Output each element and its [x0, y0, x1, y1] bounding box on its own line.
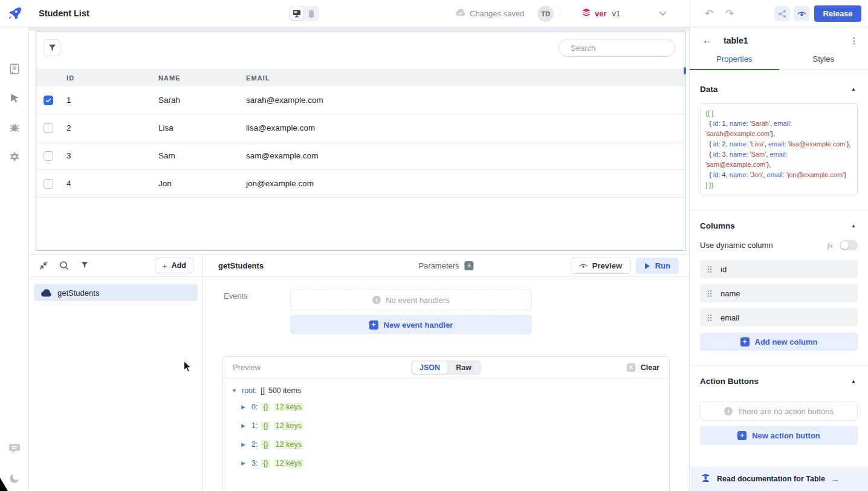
actions-section-header[interactable]: Action Buttons ▲	[700, 366, 858, 402]
column-header[interactable]: EMAIL	[240, 74, 685, 82]
table-header-row: IDNAMEEMAIL	[36, 69, 685, 86]
collapse-caret-icon[interactable]: ▲	[851, 86, 858, 92]
version-prefix: ver	[595, 9, 607, 18]
tree-root-row[interactable]: ▼ root: [] 500 items	[232, 386, 669, 395]
app-root: Student List Changes saved TD ver v1	[0, 0, 868, 491]
row-checkbox[interactable]	[44, 96, 53, 105]
column-item[interactable]: id	[700, 260, 858, 278]
row-checkbox[interactable]	[44, 151, 53, 161]
version-value: v1	[612, 9, 621, 18]
new-event-handler-button[interactable]: + New event handler	[290, 315, 532, 334]
fx-icon[interactable]: fx	[828, 241, 833, 250]
collapse-arrow-icon[interactable]: ▼	[232, 388, 238, 394]
expand-arrow-icon[interactable]: ▶	[241, 441, 248, 447]
cloud-check-icon	[455, 8, 465, 18]
data-code[interactable]: {{ [ { id: 1, name: 'Sarah', email: 'sar…	[700, 103, 858, 195]
table-row[interactable]: 1 Sarah sarah@example.com	[36, 86, 685, 114]
table-row[interactable]: 3 Sam sam@example.com	[36, 142, 685, 170]
topbar: Student List Changes saved TD ver v1	[0, 0, 868, 27]
bug-icon[interactable]	[8, 122, 21, 135]
eye-icon[interactable]	[794, 6, 809, 21]
redo-icon[interactable]: ↷	[723, 0, 736, 27]
rocket-logo[interactable]	[7, 5, 22, 21]
tab-json[interactable]: JSON	[412, 362, 447, 374]
kebab-menu-icon[interactable]: ⋮	[850, 36, 858, 45]
query-panel: + Add getStudents getStudents Parameters…	[29, 254, 689, 491]
add-new-column-button[interactable]: + Add new column	[700, 333, 858, 351]
query-list-item[interactable]: getStudents	[34, 284, 198, 301]
filter-icon[interactable]	[80, 261, 89, 271]
divider	[690, 0, 690, 27]
collapse-panel-icon[interactable]	[39, 261, 48, 272]
add-query-button[interactable]: + Add	[155, 258, 193, 273]
table-row[interactable]: 2 Lisa lisa@example.com	[36, 114, 685, 142]
tab-properties[interactable]: Properties	[690, 53, 779, 70]
avatar[interactable]: TD	[537, 5, 554, 22]
column-header[interactable]: NAME	[152, 74, 240, 82]
desktop-icon[interactable]	[290, 7, 303, 20]
table-row[interactable]: 4 Jon jon@example.com	[36, 170, 685, 198]
table-component[interactable]: IDNAMEEMAIL 1 Sarah sarah@example.com 2 …	[36, 31, 685, 250]
table-search[interactable]	[559, 39, 675, 57]
documentation-link[interactable]: Read documentation for Table →	[690, 467, 868, 491]
drag-handle-icon[interactable]	[707, 265, 712, 273]
moon-icon[interactable]	[8, 472, 21, 486]
cell-name: Sarah	[152, 96, 240, 105]
query-items: getStudents	[29, 284, 202, 301]
share-icon[interactable]	[774, 6, 790, 21]
search-input[interactable]	[571, 44, 677, 53]
filter-button[interactable]	[44, 39, 60, 56]
response-preview-card: Preview JSON Raw ✕ Clear ▼ root: []	[222, 356, 670, 491]
collapse-caret-icon[interactable]: ▲	[851, 379, 858, 384]
expand-arrow-icon[interactable]: ▶	[241, 423, 248, 429]
columns-section-header[interactable]: Columns ▲	[700, 210, 858, 239]
rest-cloud-icon	[40, 289, 52, 297]
drag-handle-icon[interactable]	[707, 314, 712, 322]
run-button[interactable]: Run	[636, 258, 679, 274]
tree-row[interactable]: ▶ 0: {} 12 keys	[241, 403, 669, 411]
dynamic-column-toggle[interactable]	[840, 240, 858, 250]
row-checkbox[interactable]	[44, 179, 53, 189]
mobile-icon[interactable]	[305, 7, 318, 20]
cell-name: Lisa	[152, 123, 240, 132]
column-header[interactable]: ID	[60, 74, 152, 82]
x-icon: ✕	[627, 363, 635, 372]
cell-email: jon@example.com	[240, 179, 685, 188]
release-button[interactable]: Release	[814, 5, 861, 22]
expand-arrow-icon[interactable]: ▶	[241, 404, 248, 410]
inspector-header: ← table1 ⋮	[690, 27, 868, 53]
gear-icon[interactable]	[8, 151, 21, 164]
query-editor-header: getStudents Parameters + Preview Run	[203, 255, 689, 277]
column-item[interactable]: name	[700, 284, 858, 302]
drag-handle-icon[interactable]	[707, 290, 712, 298]
new-action-button[interactable]: + New action button	[700, 426, 858, 445]
save-status: Changes saved	[455, 0, 524, 27]
cursor-icon[interactable]	[8, 92, 21, 106]
cell-email: lisa@example.com	[240, 123, 685, 132]
chevron-down-icon[interactable]	[659, 0, 667, 27]
tab-raw[interactable]: Raw	[447, 362, 480, 374]
preview-card-header: Preview JSON Raw ✕ Clear	[223, 357, 669, 379]
undo-icon[interactable]: ↶	[702, 0, 716, 27]
expand-arrow-icon[interactable]: ▶	[241, 460, 248, 466]
data-section-header[interactable]: Data ▲	[700, 70, 858, 103]
preview-button[interactable]: Preview	[571, 258, 630, 274]
version-dropdown[interactable]: ver v1	[581, 0, 620, 27]
column-item[interactable]: email	[700, 308, 858, 327]
tree-row[interactable]: ▶ 1: {} 12 keys	[241, 421, 669, 430]
collapse-caret-icon[interactable]: ▲	[851, 223, 858, 229]
scholar-icon	[701, 473, 711, 484]
pages-icon[interactable]	[8, 62, 21, 77]
tree-row[interactable]: ▶ 2: {} 12 keys	[241, 440, 669, 449]
tab-styles[interactable]: Styles	[779, 53, 868, 70]
back-icon[interactable]: ←	[702, 35, 712, 46]
query-list: + Add getStudents	[29, 255, 203, 491]
clear-button[interactable]: ✕ Clear	[627, 363, 659, 372]
row-checkbox[interactable]	[44, 123, 53, 133]
chat-icon[interactable]	[8, 443, 21, 456]
search-icon[interactable]	[59, 261, 69, 272]
add-parameter-icon[interactable]: +	[465, 261, 474, 270]
table-toolbar	[36, 31, 685, 69]
info-icon: i	[724, 407, 733, 415]
tree-row[interactable]: ▶ 3: {} 12 keys	[241, 459, 669, 467]
